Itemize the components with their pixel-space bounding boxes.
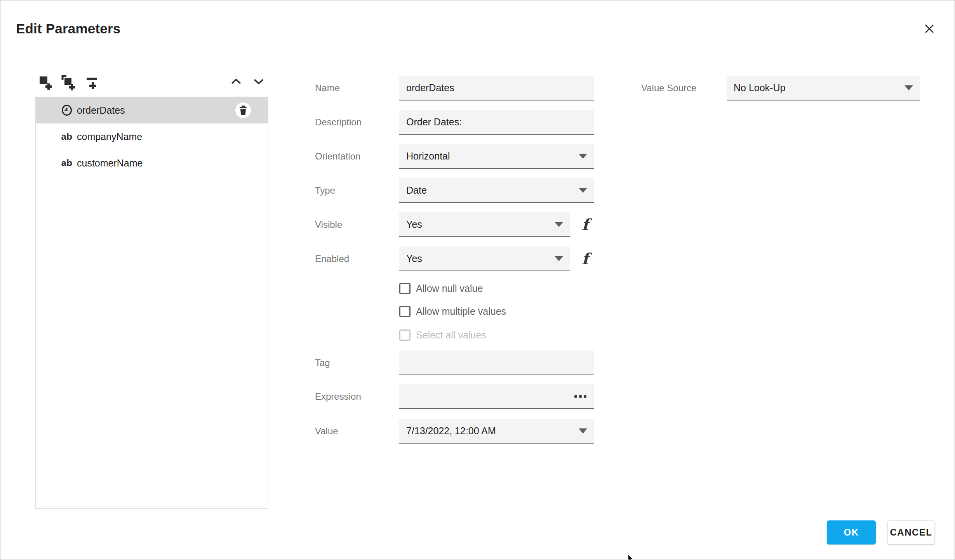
parameter-row-customerName[interactable]: ab customerName xyxy=(36,150,268,176)
name-input[interactable]: orderDates xyxy=(399,76,594,101)
enabled-select[interactable]: Yes xyxy=(399,246,570,271)
checkbox-icon xyxy=(399,306,411,317)
dropdown-arrow-icon xyxy=(905,85,913,90)
value-row: Value 7/13/2022, 12:00 AM xyxy=(315,419,594,444)
visible-select[interactable]: Yes xyxy=(399,212,570,237)
dropdown-arrow-icon xyxy=(555,222,563,227)
orientation-label: Orientation xyxy=(315,151,399,162)
delete-parameter-button[interactable] xyxy=(235,102,251,118)
expression-label: Expression xyxy=(315,391,399,402)
expression-editor-button[interactable] xyxy=(574,393,587,400)
type-label: Type xyxy=(315,185,399,196)
visible-expression-icon[interactable]: f xyxy=(582,217,588,232)
enabled-label: Enabled xyxy=(315,253,399,264)
expression-input[interactable] xyxy=(399,384,594,409)
ok-button[interactable]: OK xyxy=(827,520,876,544)
value-label: Value xyxy=(315,426,399,437)
trash-icon xyxy=(239,106,247,115)
parameter-name: orderDates xyxy=(77,105,125,116)
parameter-list: orderDates ab companyName ab customerNam… xyxy=(35,97,268,509)
dropdown-arrow-icon xyxy=(579,428,587,433)
add-separator-button[interactable] xyxy=(85,75,101,92)
checkbox-icon xyxy=(399,283,411,294)
dropdown-arrow-icon xyxy=(579,188,587,193)
clock-icon xyxy=(61,104,73,116)
enabled-expression-icon[interactable]: f xyxy=(582,251,588,267)
add-parameter-group-icon xyxy=(60,75,76,92)
string-parameter-icon: ab xyxy=(61,157,73,169)
value-source-label: Value Source xyxy=(641,83,727,94)
move-down-button[interactable] xyxy=(253,78,264,87)
value-source-select[interactable]: No Look-Up xyxy=(727,76,920,101)
dialog-title: Edit Parameters xyxy=(16,0,121,57)
expression-row: Expression xyxy=(315,384,594,409)
parameter-list-toolbar xyxy=(35,71,268,95)
checkbox-icon xyxy=(399,329,411,341)
mouse-cursor xyxy=(628,555,633,560)
cancel-button[interactable]: CANCEL xyxy=(887,520,935,544)
edit-parameters-dialog: Edit Parameters xyxy=(0,0,955,560)
add-parameter-group-button[interactable] xyxy=(60,75,76,92)
close-icon xyxy=(924,23,935,34)
select-all-values-checkbox: Select all values xyxy=(399,328,486,342)
tag-label: Tag xyxy=(315,357,399,368)
dropdown-arrow-icon xyxy=(555,256,563,261)
dialog-header: Edit Parameters xyxy=(0,0,955,57)
parameter-row-orderDates[interactable]: orderDates xyxy=(36,97,268,123)
add-parameter-button[interactable] xyxy=(38,75,54,92)
tag-row: Tag xyxy=(315,350,594,375)
description-row: Description Order Dates: xyxy=(315,110,594,135)
orientation-row: Orientation Horizontal xyxy=(315,144,594,169)
parameter-name: companyName xyxy=(77,131,142,142)
value-select[interactable]: 7/13/2022, 12:00 AM xyxy=(399,419,594,444)
name-label: Name xyxy=(315,83,399,94)
parameter-row-companyName[interactable]: ab companyName xyxy=(36,123,268,150)
close-button[interactable] xyxy=(921,21,938,37)
move-up-button[interactable] xyxy=(230,78,242,87)
description-input[interactable]: Order Dates: xyxy=(399,110,594,135)
allow-multiple-values-checkbox[interactable]: Allow multiple values xyxy=(399,305,506,318)
add-parameter-icon xyxy=(38,75,54,92)
string-parameter-icon: ab xyxy=(61,130,73,143)
chevron-down-icon xyxy=(253,78,264,85)
type-row: Type Date xyxy=(315,178,594,203)
enabled-row: Enabled Yes f xyxy=(315,246,588,271)
allow-null-value-checkbox[interactable]: Allow null value xyxy=(399,282,483,295)
parameter-name: customerName xyxy=(77,158,143,169)
add-separator-icon xyxy=(85,75,101,92)
value-source-row: Value Source No Look-Up xyxy=(641,76,920,101)
name-row: Name orderDates xyxy=(315,76,594,101)
visible-label: Visible xyxy=(315,219,399,230)
tag-input[interactable] xyxy=(399,350,594,375)
dropdown-arrow-icon xyxy=(579,154,587,159)
type-select[interactable]: Date xyxy=(399,178,594,203)
chevron-up-icon xyxy=(230,78,242,85)
visible-row: Visible Yes f xyxy=(315,212,588,237)
orientation-select[interactable]: Horizontal xyxy=(399,144,594,169)
description-label: Description xyxy=(315,117,399,128)
